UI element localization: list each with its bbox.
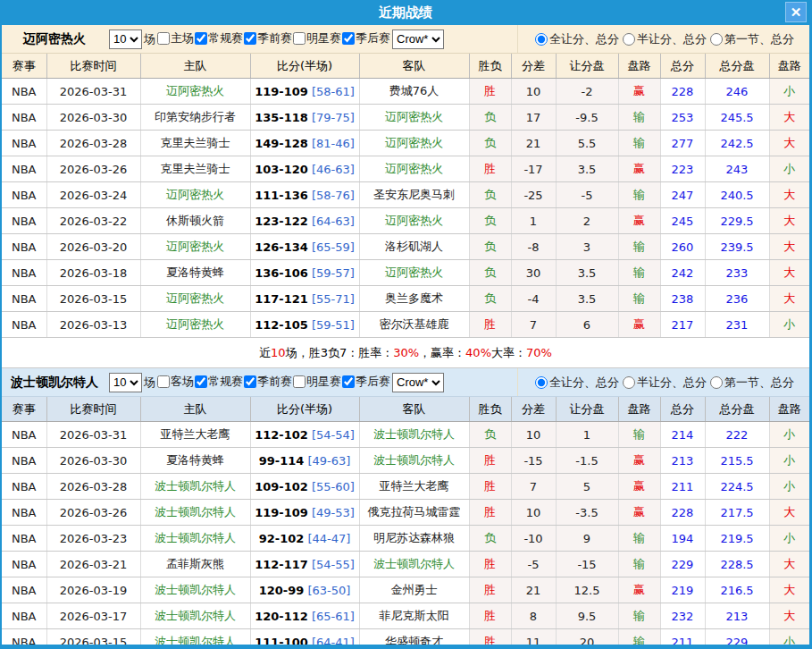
score-cell: 149-128 [81-46] (250, 131, 359, 156)
result-cell: 胜 (469, 312, 511, 338)
radio-input[interactable] (710, 376, 723, 389)
checkbox-input[interactable] (244, 375, 256, 388)
bookmaker-select[interactable]: Crow* (392, 30, 444, 49)
filter-checkbox[interactable]: 常规赛 (194, 30, 243, 46)
total-points-cell: 277 (660, 131, 705, 156)
handicap-line-cell: 12.5 (556, 577, 618, 603)
over-under-cell: 小 (769, 629, 809, 649)
point-diff-cell: 11 (511, 629, 556, 649)
away-team-cell: 迈阿密热火 (359, 105, 469, 131)
filter-checkbox[interactable]: 季前赛 (243, 374, 292, 390)
over-under-cell: 小 (769, 474, 809, 500)
result-cell: 胜 (469, 79, 511, 105)
final-score: 119-109 (255, 85, 308, 98)
league-cell: NBA (2, 234, 46, 260)
half-time-score: [54-55] (308, 558, 355, 571)
league-cell: NBA (2, 312, 46, 338)
radio-input[interactable] (710, 33, 723, 46)
total-points-cell: 260 (660, 234, 705, 260)
final-score: 111-136 (255, 189, 308, 202)
total-line-cell: 229.5 (705, 208, 769, 234)
over-under-cell: 小 (769, 422, 809, 448)
game-row: NBA2026-03-31亚特兰大老鹰112-102 [54-54]波士顿凯尔特… (2, 422, 809, 448)
half-time-score: [54-54] (308, 428, 355, 442)
column-header: 盘路 (769, 397, 809, 422)
over-under-cell: 大 (769, 182, 809, 208)
score-cell: 117-121 [55-71] (250, 286, 359, 312)
away-team-cell: 迈阿密热火 (359, 260, 469, 286)
score-cell: 123-122 [64-63] (250, 208, 359, 234)
filter-checkbox[interactable]: 明星赛 (292, 374, 341, 390)
final-score: 135-118 (255, 111, 308, 124)
checkbox-input[interactable] (157, 375, 170, 388)
column-header: 分差 (511, 397, 556, 422)
filter-checkbox[interactable]: 季后赛 (341, 30, 390, 46)
bookmaker-select[interactable]: Crow* (392, 373, 444, 392)
point-diff-cell: 1 (511, 208, 556, 234)
score-cell: 109-102 [55-60] (250, 474, 359, 500)
column-header: 让分盘 (556, 397, 618, 422)
radio-input[interactable] (623, 376, 635, 389)
checkbox-input[interactable] (195, 375, 207, 388)
home-team-cell: 迈阿密热火 (140, 182, 250, 208)
close-button[interactable]: ✕ (785, 2, 807, 22)
handicap-line-cell: -15 (556, 552, 618, 577)
date-cell: 2026-03-20 (46, 234, 140, 260)
radio-input[interactable] (535, 376, 548, 389)
filter-checkbox[interactable]: 常规赛 (194, 374, 243, 390)
checkbox-label: 主场 (171, 30, 194, 46)
checkbox-input[interactable] (293, 375, 306, 388)
summary-text: 场，胜3负7：胜率： (286, 345, 394, 361)
checkbox-input[interactable] (342, 32, 355, 45)
filter-radio[interactable]: 第一节、总分 (708, 31, 794, 47)
filter-checkbox[interactable]: 季前赛 (243, 30, 292, 46)
total-points-cell: 211 (660, 629, 705, 649)
handicap-result-cell: 赢 (618, 156, 660, 182)
filter-checkbox[interactable]: 主场 (156, 30, 194, 46)
filter-radio[interactable]: 第一节、总分 (708, 375, 794, 391)
radio-input[interactable] (535, 33, 548, 46)
filter-checkbox[interactable]: 客场 (156, 374, 194, 390)
checkbox-input[interactable] (244, 32, 256, 45)
date-cell: 2026-03-31 (46, 79, 140, 105)
away-team-cell: 波士顿凯尔特人 (359, 448, 469, 474)
point-diff-cell: -17 (511, 156, 556, 182)
column-header: 让分盘 (556, 54, 618, 79)
total-points-cell: 211 (660, 474, 705, 500)
filter-radio[interactable]: 全让分、总分 (533, 31, 619, 47)
radio-input[interactable] (623, 33, 635, 46)
checkbox-label: 常规赛 (208, 374, 243, 390)
half-time-score: [65-59] (308, 240, 355, 254)
filter-radio[interactable]: 全让分、总分 (533, 375, 619, 391)
table-body: NBA2026-03-31亚特兰大老鹰112-102 [54-54]波士顿凯尔特… (2, 422, 809, 649)
filter-radio[interactable]: 半让分、总分 (621, 375, 707, 391)
radio-label: 第一节、总分 (724, 375, 794, 391)
games-count-select[interactable]: 10 (109, 30, 142, 49)
game-row: NBA2026-03-22休斯顿火箭123-122 [64-63]迈阿密热火负1… (2, 208, 809, 234)
team-section-heat: 迈阿密热火 10 场 主场常规赛季前赛明星赛季后赛 Crow* 全让分、总分半让… (2, 25, 809, 368)
column-header: 客队 (359, 54, 469, 79)
score-cell: 126-134 [65-59] (250, 234, 359, 260)
checkbox-input[interactable] (293, 32, 306, 45)
date-cell: 2026-03-30 (46, 105, 140, 131)
filter-checkbox[interactable]: 季后赛 (341, 374, 390, 390)
date-cell: 2026-03-31 (46, 422, 140, 448)
final-score: 123-122 (255, 215, 308, 228)
summary-over-rate: 70% (526, 346, 552, 359)
league-cell: NBA (2, 474, 46, 500)
date-cell: 2026-03-19 (46, 577, 140, 603)
handicap-result-cell: 赢 (618, 500, 660, 526)
league-cell: NBA (2, 603, 46, 629)
games-count-select[interactable]: 10 (109, 373, 142, 392)
checkbox-input[interactable] (157, 32, 170, 45)
date-cell: 2026-03-26 (46, 156, 140, 182)
checkbox-input[interactable] (342, 375, 355, 388)
home-team-cell: 夏洛特黄蜂 (140, 448, 250, 474)
checkbox-input[interactable] (195, 32, 207, 45)
filter-radio[interactable]: 半让分、总分 (621, 31, 707, 47)
total-points-cell: 194 (660, 526, 705, 552)
column-header: 主队 (140, 54, 250, 79)
column-header: 盘路 (618, 397, 660, 422)
summary-row: 近 10 场，胜3负7：胜率： 30% ，赢率： 40% 大率： 70% (2, 338, 809, 368)
filter-checkbox[interactable]: 明星赛 (292, 30, 341, 46)
